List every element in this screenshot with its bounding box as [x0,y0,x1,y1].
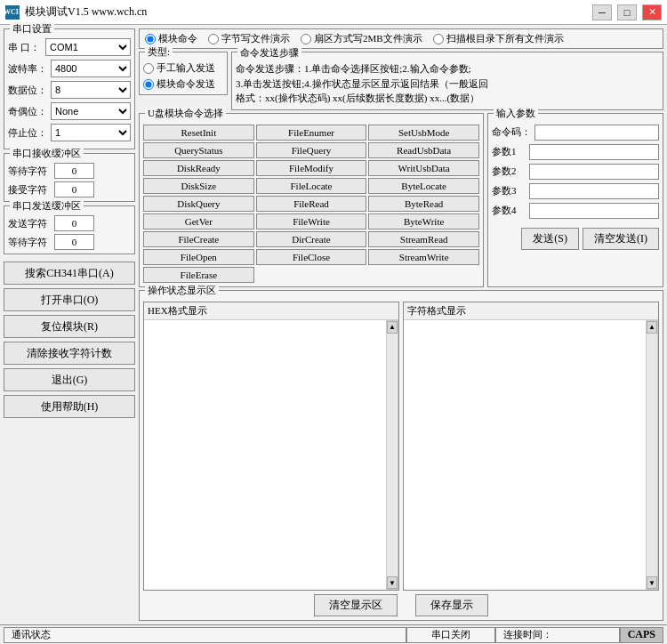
maximize-button[interactable]: □ [617,4,637,20]
right-panel: 模块命令 字节写文件演示 扇区方式写2MB文件演示 扫描根目录下所有文件演示 类 [139,28,663,621]
char-scrollbar[interactable]: ▲ ▼ [646,320,658,591]
send-char-value: 0 [54,215,94,231]
search-serial-button[interactable]: 搜索CH341串口(A) [4,262,135,285]
params-content: 命令码： 参数1 参数2 参数3 [492,125,659,250]
udisk-cmd-btn-15[interactable]: GetVer [143,213,254,229]
udisk-cmd-btn-0[interactable]: ResetInit [143,125,254,141]
app-icon: WCH [5,5,20,20]
udisk-cmd-btn-11[interactable]: ByteLocate [368,178,479,194]
type-box-content: 手工输入发送 模块命令发送 [143,61,223,91]
radio-byte-write[interactable]: 字节写文件演示 [208,32,290,45]
udisk-cmd-btn-16[interactable]: FileWrite [256,213,367,229]
title-bar-left: WCH 模块调试V1.5 www.wch.cn [5,4,147,20]
serial-status-segment: 串口关闭 [406,627,495,643]
udisk-cmd-btn-9[interactable]: DiskSize [143,178,254,194]
udisk-cmd-btn-18[interactable]: FileCreate [143,231,254,247]
stopbits-select[interactable]: 1 [51,124,131,141]
send-char-label: 发送字符 [8,217,51,230]
save-display-button[interactable]: 保存显示 [415,594,488,616]
port-select[interactable]: COM1 [45,38,131,56]
param3-input[interactable] [529,183,659,199]
udisk-cmd-btn-24[interactable]: FileErase [143,267,254,283]
comm-status-segment: 通讯状态 [4,627,406,643]
type-module-cmd[interactable]: 模块命令发送 [143,77,223,91]
udisk-cmd-btn-10[interactable]: FileLocate [256,178,367,194]
udisk-cmd-btn-6[interactable]: DiskReady [143,160,254,176]
udisk-box: U盘模块命令选择 ResetInitFileEnumerSetUsbModeQu… [139,113,484,287]
cmd-input[interactable] [534,125,659,141]
param4-input[interactable] [529,203,659,219]
close-button[interactable]: ✕ [642,4,662,20]
type-box: 类型: 手工输入发送 模块命令发送 [139,52,228,95]
clear-send-button[interactable]: 清空发送(I) [583,228,659,250]
cmd-label: 命令码： [492,125,531,139]
hex-scroll-down[interactable]: ▼ [387,576,398,589]
udisk-cmd-btn-20[interactable]: StreamRead [368,231,479,247]
hex-scroll-track [387,334,398,577]
help-button[interactable]: 使用帮助(H) [4,395,135,418]
hex-display-textarea[interactable] [144,320,386,591]
param1-input[interactable] [529,144,659,160]
char-display-inner: ▲ ▼ [404,320,658,591]
param3-row: 参数3 [492,183,659,199]
recv-buffer-group: 串口接收缓冲区 等待字符 0 接受字符 0 [4,153,135,202]
udisk-cmd-btn-12[interactable]: DiskQuery [143,196,254,212]
reset-module-button[interactable]: 复位模块(R) [4,315,135,338]
clear-display-button[interactable]: 清空显示区 [314,594,398,616]
udisk-cmd-btn-23[interactable]: StreamWrite [368,249,479,265]
udisk-cmd-btn-17[interactable]: ByteWrite [368,213,479,229]
parity-row: 奇偶位： None [8,102,131,120]
param4-row: 参数4 [492,203,659,219]
parity-select[interactable]: None [51,102,131,120]
wait-send-value: 0 [54,234,94,250]
open-serial-button[interactable]: 打开串口(O) [4,288,135,311]
hex-scrollbar[interactable]: ▲ ▼ [386,320,398,591]
wait-send-label: 等待字符 [8,236,51,249]
stopbits-label: 停止位： [8,126,47,140]
type-module-cmd-input[interactable] [143,79,154,90]
radio-sector-write-input[interactable] [301,34,311,44]
udisk-cmd-btn-13[interactable]: FileRead [256,196,367,212]
status-display-content: HEX格式显示 ▲ ▼ 字符格式显示 [143,302,659,592]
param4-label: 参数4 [492,204,526,217]
main-content: 串口设置 串 口： COM1 波特率： 4800 数据位： [0,25,667,624]
udisk-cmd-btn-1[interactable]: FileEnumer [256,125,367,141]
udisk-cmd-btn-4[interactable]: FileQuery [256,142,367,158]
radio-scan-files[interactable]: 扫描根目录下所有文件演示 [433,32,564,45]
type-manual-input[interactable] [143,63,154,74]
type-info-column: 类型: 手工输入发送 模块命令发送 [139,52,228,110]
udisk-cmd-btn-21[interactable]: FileOpen [143,249,254,265]
radio-scan-files-input[interactable] [433,34,444,44]
char-scroll-down[interactable]: ▼ [647,576,657,589]
radio-sector-write-label: 扇区方式写2MB文件演示 [314,32,422,45]
radio-module-cmd-input[interactable] [145,34,156,44]
middle-area: 类型: 手工输入发送 模块命令发送 命令发送步 [139,52,663,110]
radio-byte-write-input[interactable] [208,34,219,44]
radio-module-cmd[interactable]: 模块命令 [145,32,197,45]
send-command-button[interactable]: 发送(S) [521,228,579,250]
status-display-section: 操作状态显示区 HEX格式显示 ▲ ▼ [139,290,663,622]
udisk-cmd-btn-3[interactable]: QueryStatus [143,142,254,158]
baud-select[interactable]: 4800 [51,60,131,77]
hex-scroll-up[interactable]: ▲ [387,321,398,334]
clear-recv-count-button[interactable]: 清除接收字符计数 [4,342,135,365]
udisk-cmd-btn-2[interactable]: SetUsbMode [368,125,479,141]
udisk-grid: ResetInitFileEnumerSetUsbModeQueryStatus… [143,125,479,283]
udisk-cmd-btn-8[interactable]: WritUsbData [368,160,479,176]
udisk-cmd-btn-5[interactable]: ReadUsbData [368,142,479,158]
char-scroll-up[interactable]: ▲ [647,321,657,334]
minimize-button[interactable]: ─ [592,4,612,20]
char-display-textarea[interactable] [404,320,646,591]
left-action-buttons: 搜索CH341串口(A) 打开串口(O) 复位模块(R) 清除接收字符计数 退出… [4,262,135,418]
databits-select[interactable]: 8 [51,81,131,99]
param2-input[interactable] [529,164,659,180]
param3-label: 参数3 [492,184,526,197]
exit-button[interactable]: 退出(G) [4,368,135,391]
type-manual[interactable]: 手工输入发送 [143,61,223,75]
char-display-pane: 字符格式显示 ▲ ▼ [403,302,659,592]
udisk-cmd-btn-14[interactable]: ByteRead [368,196,479,212]
udisk-cmd-btn-22[interactable]: FileClose [256,249,367,265]
radio-sector-write[interactable]: 扇区方式写2MB文件演示 [301,32,422,45]
udisk-cmd-btn-19[interactable]: DirCreate [256,231,367,247]
udisk-cmd-btn-7[interactable]: FileModify [256,160,367,176]
